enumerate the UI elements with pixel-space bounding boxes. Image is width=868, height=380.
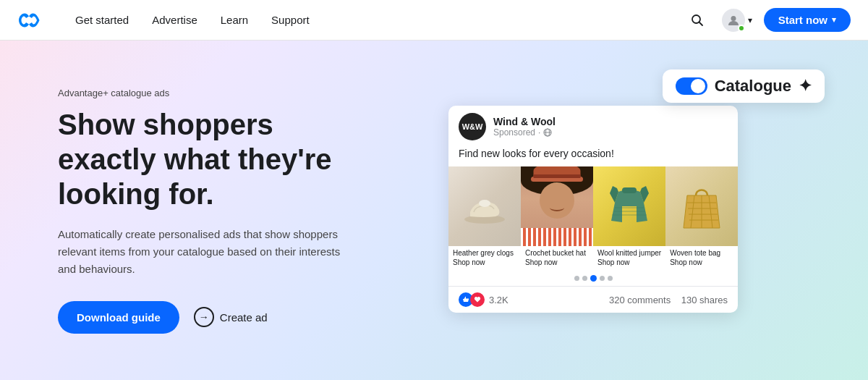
ad-header: W&W Wind & Wool Sponsored · [448, 106, 738, 148]
nav-right: ▾ Start now ▾ [684, 7, 851, 33]
chevron-down-icon: ▾ [832, 15, 836, 25]
sponsored-label: Sponsored · [493, 127, 556, 138]
chevron-down-icon: ▾ [748, 15, 752, 25]
ad-tagline: Find new looks for every occasion! [448, 148, 738, 166]
engagement-stats: 320 comments 130 shares [609, 295, 728, 305]
products-strip: Heather grey clogs Shop now [448, 166, 738, 271]
avatar [722, 9, 745, 32]
product-label-3: Wool knitted jumper [593, 246, 665, 258]
brand-name: Wind & Wool [493, 116, 556, 127]
svg-line-1 [699, 22, 702, 25]
hero-description: Automatically create personalised ads th… [58, 226, 347, 278]
nav-support[interactable]: Support [271, 14, 310, 26]
nav-advertise[interactable]: Advertise [152, 14, 197, 26]
product-label-4: Woven tote bag [665, 246, 738, 258]
reactions: 3.2K [459, 292, 509, 307]
start-now-button[interactable]: Start now ▾ [764, 8, 851, 32]
dot-2 [582, 276, 587, 281]
hero-content: Advantage+ catalogue ads Show shoppers e… [0, 88, 376, 334]
create-ad-link[interactable]: → Create ad [194, 307, 268, 327]
brand-logo: W&W [459, 113, 486, 140]
nav-learn[interactable]: Learn [221, 14, 248, 26]
brand-info: Wind & Wool Sponsored · [493, 116, 556, 138]
svg-rect-8 [622, 187, 637, 193]
product-item-1: Heather grey clogs Shop now [448, 166, 521, 271]
sparkle-icon: ✦ [799, 77, 812, 96]
toggle-switch[interactable] [676, 77, 707, 95]
catalogue-badge: Catalogue ✦ [663, 69, 825, 103]
search-icon [690, 13, 705, 28]
pagination-dots [448, 271, 738, 286]
product-item-4: Woven tote bag Shop now [665, 166, 738, 271]
sweater-illustration [604, 177, 655, 235]
ad-footer: 3.2K 320 comments 130 shares [448, 286, 738, 313]
product-image-3 [593, 166, 665, 246]
product-image-4 [665, 166, 738, 246]
navigation: Get started Advertise Learn Support ▾ St… [0, 0, 868, 41]
dot-4 [600, 276, 605, 281]
reaction-icons [459, 292, 485, 307]
product-label-1: Heather grey clogs [448, 246, 521, 258]
dot-1 [574, 276, 579, 281]
globe-icon [543, 128, 552, 137]
product-item-2: Crochet bucket hat Shop now [521, 166, 593, 271]
shoe-illustration [459, 185, 510, 228]
shop-now-button-4[interactable]: Shop now [665, 258, 738, 271]
svg-point-7 [479, 200, 490, 207]
bag-illustration [680, 181, 723, 232]
nav-links: Get started Advertise Learn Support [75, 14, 684, 26]
search-button[interactable] [684, 7, 710, 33]
online-indicator [738, 25, 745, 32]
product-image-2 [521, 166, 593, 246]
svg-point-2 [731, 16, 736, 21]
meta-logo[interactable] [17, 12, 52, 29]
facebook-ad-card: W&W Wind & Wool Sponsored · [448, 106, 738, 313]
dot-5 [608, 276, 613, 281]
hero-eyebrow: Advantage+ catalogue ads [58, 88, 376, 98]
hero-title: Show shoppers exactly what they're looki… [58, 107, 376, 211]
download-guide-button[interactable]: Download guide [58, 301, 179, 334]
hero-section: Advantage+ catalogue ads Show shoppers e… [0, 41, 868, 380]
info-icon: · [538, 127, 540, 138]
product-item-3: Wool knitted jumper Shop now [593, 166, 665, 271]
shop-now-button-2[interactable]: Shop now [521, 258, 593, 271]
nav-get-started[interactable]: Get started [75, 14, 129, 26]
shop-now-button-1[interactable]: Shop now [448, 258, 521, 271]
hero-actions: Download guide → Create ad [58, 301, 376, 334]
arrow-right-icon: → [194, 307, 214, 327]
product-label-2: Crochet bucket hat [521, 246, 593, 258]
love-icon [470, 292, 485, 307]
shop-now-button-3[interactable]: Shop now [593, 258, 665, 271]
toggle-knob [691, 79, 705, 93]
account-button[interactable]: ▾ [722, 9, 752, 32]
dot-3 [590, 275, 597, 282]
product-image-1 [448, 166, 521, 246]
